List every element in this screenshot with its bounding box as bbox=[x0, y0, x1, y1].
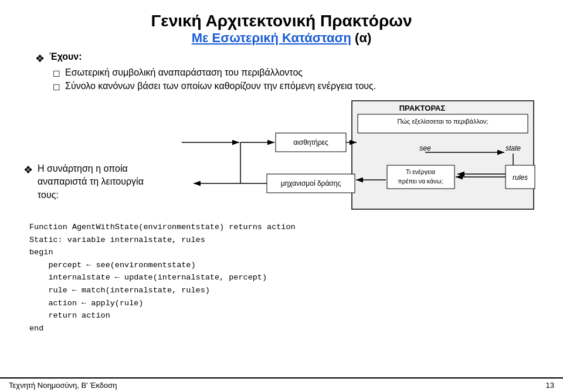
code-line-4: percept ← see(environmentstate) bbox=[29, 259, 540, 272]
content-area: ❖ Η συνάρτηση η οποία αναπαριστά τη λειτ… bbox=[23, 98, 540, 215]
square-icon-1: ☐ bbox=[53, 69, 60, 79]
function-line2: αναπαριστά τη λειτουργία τους: bbox=[38, 175, 152, 202]
bullet-main-label: Έχουν: bbox=[49, 52, 82, 62]
page: Γενική Αρχιτεκτονική Πρακτόρων Με Εσωτερ… bbox=[0, 0, 563, 392]
sub-bullet-2: ☐ Σύνολο κανόνων βάσει των οποίων καθορί… bbox=[53, 81, 540, 92]
diamond-icon: ❖ bbox=[35, 52, 45, 65]
code-line-3: begin bbox=[29, 246, 540, 259]
code-line-2: Static: variable internalstate, rules bbox=[29, 234, 540, 247]
diamond-icon-2: ❖ bbox=[23, 163, 33, 178]
state-label: state bbox=[506, 144, 521, 152]
function-line1: Η συνάρτηση η οποία bbox=[38, 162, 152, 175]
action-q-line2: πρέπει να κάνω; bbox=[398, 178, 443, 185]
header: Γενική Αρχιτεκτονική Πρακτόρων Με Εσωτερ… bbox=[23, 12, 540, 46]
question-label-1: Πώς εξελίσσεται το περιβάλλον; bbox=[398, 118, 489, 125]
code-line-8: return action bbox=[29, 309, 540, 322]
code-line-6: rule ← match(internalstate, rules) bbox=[29, 284, 540, 297]
code-line-1: Function AgentWithState(environmentstate… bbox=[29, 221, 540, 234]
bullets-section: ❖ Έχουν: ☐ Εσωτερική συμβολική αναπαράστ… bbox=[35, 52, 540, 92]
action-box-label: μηχανισμοί δράσης bbox=[281, 179, 341, 188]
footer: Τεχνητή Νοημοσύνη, Β' Έκδοση 13 bbox=[0, 377, 563, 392]
function-description: Η συνάρτηση η οποία αναπαριστά τη λειτου… bbox=[38, 162, 152, 202]
subtitle-suffix: (α) bbox=[351, 30, 371, 45]
main-bullet: ❖ Έχουν: bbox=[35, 52, 540, 65]
left-text-section: ❖ Η συνάρτηση η οποία αναπαριστά τη λειτ… bbox=[23, 98, 152, 215]
function-bullet: ❖ Η συνάρτηση η οποία αναπαριστά τη λειτ… bbox=[23, 162, 152, 202]
code-line-9: end bbox=[29, 322, 540, 335]
sensors-label: αισθητήρες bbox=[293, 138, 328, 146]
footer-left: Τεχνητή Νοημοσύνη, Β' Έκδοση bbox=[9, 381, 117, 390]
action-q-line1: Τι ενέργεια bbox=[406, 168, 435, 175]
diagram-container: ΠΡΑΚΤΟΡΑΣ Πώς εξελίσσεται το περιβάλλον;… bbox=[152, 98, 540, 215]
subtitle-line: Με Εσωτερική Κατάσταση (α) bbox=[23, 30, 540, 46]
code-line-5: internalstate ← update(internalstate, pe… bbox=[29, 271, 540, 284]
sub-bullet-2-text: Σύνολο κανόνων βάσει των οποίων καθορίζο… bbox=[65, 81, 376, 91]
architecture-diagram: ΠΡΑΚΤΟΡΑΣ Πώς εξελίσσεται το περιβάλλον;… bbox=[164, 98, 540, 215]
square-icon-2: ☐ bbox=[53, 83, 60, 92]
code-line-7: action ← apply(rule) bbox=[29, 297, 540, 310]
see-label: see bbox=[419, 144, 431, 152]
code-block: Function AgentWithState(environmentstate… bbox=[29, 221, 540, 335]
main-title: Γενική Αρχιτεκτονική Πρακτόρων bbox=[23, 12, 540, 30]
actor-label: ΠΡΑΚΤΟΡΑΣ bbox=[399, 104, 446, 113]
subtitle-blue: Με Εσωτερική Κατάσταση bbox=[192, 30, 351, 45]
rules-text: rules bbox=[513, 173, 528, 182]
sub-bullet-1: ☐ Εσωτερική συμβολική αναπαράσταση του π… bbox=[53, 67, 540, 79]
sub-bullet-1-text: Εσωτερική συμβολική αναπαράσταση του περ… bbox=[65, 67, 303, 78]
footer-right: 13 bbox=[546, 381, 554, 390]
